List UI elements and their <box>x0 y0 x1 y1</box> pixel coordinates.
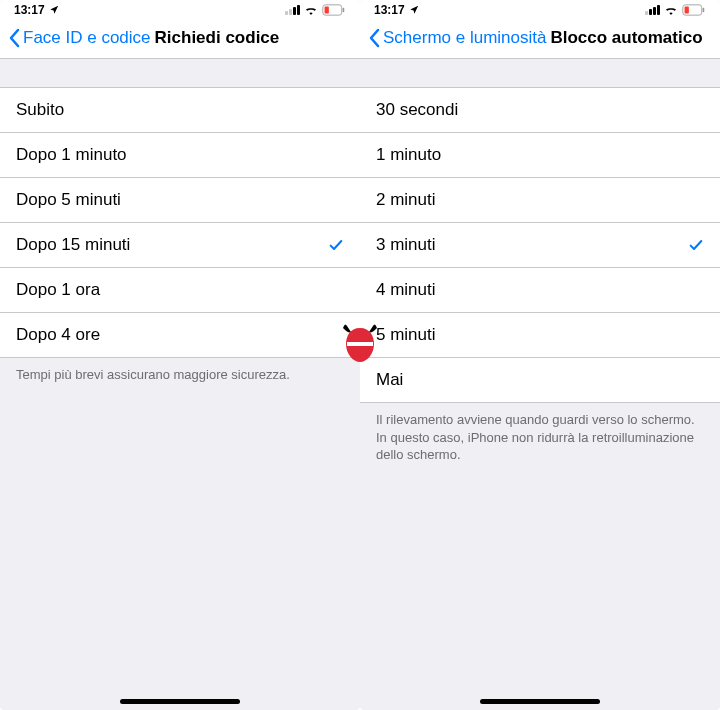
checkmark-icon <box>328 237 344 253</box>
option-label: 30 secondi <box>376 100 458 120</box>
option-row[interactable]: Dopo 1 ora <box>0 268 360 313</box>
cellular-signal-icon <box>645 5 660 15</box>
option-label: 2 minuti <box>376 190 436 210</box>
status-bar: 13:17 <box>360 0 720 20</box>
nav-bar: Face ID e codice Richiedi codice <box>0 20 360 59</box>
svg-rect-7 <box>358 336 362 358</box>
svg-rect-8 <box>358 342 362 346</box>
option-row[interactable]: 5 minuti <box>360 313 720 358</box>
checkmark-icon <box>688 237 704 253</box>
status-time: 13:17 <box>374 3 405 17</box>
svg-rect-5 <box>703 8 705 12</box>
svg-rect-4 <box>685 7 689 14</box>
svg-rect-2 <box>343 8 345 12</box>
back-button[interactable]: Schermo e luminosità <box>368 28 546 48</box>
status-time: 13:17 <box>14 3 45 17</box>
option-label: Dopo 15 minuti <box>16 235 130 255</box>
option-label: 5 minuti <box>376 325 436 345</box>
option-label: 3 minuti <box>376 235 436 255</box>
option-row[interactable]: Dopo 4 ore <box>0 313 360 357</box>
wifi-icon <box>304 5 318 15</box>
option-row[interactable]: 30 secondi <box>360 88 720 133</box>
cellular-signal-icon <box>285 5 300 15</box>
option-label: Dopo 1 minuto <box>16 145 127 165</box>
options-list-right: 30 secondi1 minuto2 minuti3 minuti4 minu… <box>360 87 720 403</box>
page-title: Blocco automatico <box>550 28 702 48</box>
option-row[interactable]: 1 minuto <box>360 133 720 178</box>
option-row[interactable]: 4 minuti <box>360 268 720 313</box>
phone-right: 13:17 Schermo e luminosità Blocco automa… <box>360 0 720 710</box>
option-label: Dopo 4 ore <box>16 325 100 345</box>
option-label: 4 minuti <box>376 280 436 300</box>
option-label: 1 minuto <box>376 145 441 165</box>
footer-text: Tempi più brevi assicurano maggiore sicu… <box>0 358 360 384</box>
nav-bar: Schermo e luminosità Blocco automatico <box>360 20 720 59</box>
home-indicator[interactable] <box>120 699 240 704</box>
chevron-left-icon <box>368 28 380 48</box>
section-spacer <box>0 59 360 87</box>
battery-icon <box>682 4 706 16</box>
wifi-icon <box>664 5 678 15</box>
home-indicator[interactable] <box>480 699 600 704</box>
section-spacer <box>360 59 720 87</box>
option-row[interactable]: Mai <box>360 358 720 402</box>
option-label: Dopo 1 ora <box>16 280 100 300</box>
location-icon <box>409 5 419 15</box>
location-icon <box>49 5 59 15</box>
option-label: Dopo 5 minuti <box>16 190 121 210</box>
back-label: Schermo e luminosità <box>383 28 546 48</box>
option-row[interactable]: Subito <box>0 88 360 133</box>
option-row[interactable]: 3 minuti <box>360 223 720 268</box>
back-label: Face ID e codice <box>23 28 151 48</box>
option-row[interactable]: Dopo 15 minuti <box>0 223 360 268</box>
option-label: Mai <box>376 370 403 390</box>
watermark-logo <box>339 322 381 368</box>
option-row[interactable]: 2 minuti <box>360 178 720 223</box>
phone-left: 13:17 Face ID e codice Richiedi codice S… <box>0 0 360 710</box>
footer-text: Il rilevamento avviene quando guardi ver… <box>360 403 720 464</box>
option-row[interactable]: Dopo 1 minuto <box>0 133 360 178</box>
option-label: Subito <box>16 100 64 120</box>
chevron-left-icon <box>8 28 20 48</box>
option-row[interactable]: Dopo 5 minuti <box>0 178 360 223</box>
battery-icon <box>322 4 346 16</box>
status-bar: 13:17 <box>0 0 360 20</box>
back-button[interactable]: Face ID e codice <box>8 28 151 48</box>
svg-rect-1 <box>325 7 329 14</box>
page-title: Richiedi codice <box>155 28 280 48</box>
options-list-left: SubitoDopo 1 minutoDopo 5 minutiDopo 15 … <box>0 87 360 358</box>
